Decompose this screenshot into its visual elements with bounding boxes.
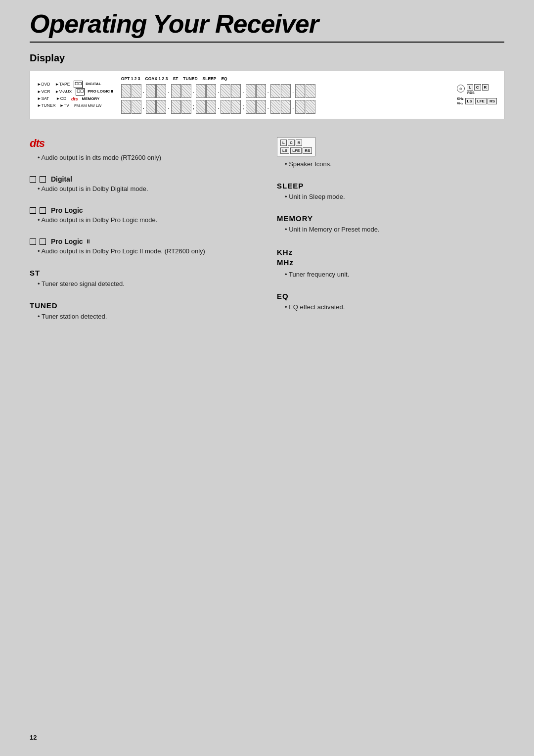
term-sleep: SLEEP Unit in Sleep mode. (277, 182, 504, 200)
speaker-row-top: L C R (467, 84, 489, 91)
term-st: ST Tuner stereo signal detected. (30, 269, 257, 287)
spk-icon-RS: RS (303, 147, 312, 154)
term-eq-title: EQ (277, 292, 504, 300)
section-heading: Display (30, 52, 504, 64)
page-number: 12 (30, 734, 37, 741)
term-eq: EQ EQ effect activated. (277, 292, 504, 311)
term-dts-title: dts (30, 137, 257, 150)
term-pro-logic-desc: Audio output is in Dolby Pro Logic mode. (30, 216, 257, 224)
term-tuned: TUNED Tuner station detected. (30, 301, 257, 320)
display-source-labels: ►DVD ►TAPE ☐☐ DIGITAL ►VCR ►V-AUX ☐☐ PRO… (37, 81, 113, 109)
speaker-row-bottom: LS LFE RS (465, 98, 497, 104)
term-khz-mhz: KHz MHz Tuner frequency unit. (277, 247, 504, 278)
segment-display-row: . . . . . (121, 84, 449, 98)
term-sleep-title: SLEEP (277, 182, 504, 190)
term-speaker-icons: L C R LS LFE RS Speaker Icons. (277, 137, 504, 168)
term-memory-title: MEMORY (277, 214, 504, 223)
term-memory: MEMORY Unit in Memory or Preset mode. (277, 214, 504, 233)
term-pro-logic-ii-title: Pro Logic II (30, 237, 257, 245)
speaker-R: R (482, 84, 489, 91)
page-title: Operating Your Receiver (30, 0, 504, 43)
speaker-C: C (474, 84, 481, 91)
term-pro-logic-ii: Pro Logic II Audio output is in Dolby Pr… (30, 237, 257, 255)
term-dts-desc: Audio output is in dts mode (RT2600 only… (30, 154, 257, 161)
term-pro-logic-ii-desc: Audio output is in Dolby Pro Logic II mo… (30, 247, 257, 255)
term-st-desc: Tuner stereo signal detected. (30, 280, 257, 287)
rds-circle: ☉ (457, 85, 465, 93)
speaker-L: L (467, 84, 473, 91)
term-pro-logic: Pro Logic Audio output is in Dolby Pro L… (30, 206, 257, 224)
term-pro-logic-title: Pro Logic (30, 206, 257, 214)
term-st-title: ST (30, 269, 257, 277)
term-khz-desc: Tuner frequency unit. (277, 271, 504, 278)
right-column: L C R LS LFE RS Speaker Icons. SLEEP Uni… (277, 137, 504, 334)
display-panel: ►DVD ►TAPE ☐☐ DIGITAL ►VCR ►V-AUX ☐☐ PRO… (30, 71, 504, 119)
term-sleep-desc: Unit in Sleep mode. (277, 193, 504, 200)
dd-boxes-digital (30, 176, 36, 183)
speaker-LS: LS (465, 98, 474, 104)
left-column: dts Audio output is in dts mode (RT2600 … (30, 137, 257, 334)
term-digital-desc: Audio output is in Dolby Digital mode. (30, 185, 257, 192)
term-tuned-title: TUNED (30, 301, 257, 310)
term-khz-title: KHz MHz (277, 247, 504, 268)
dd-boxes-digital2 (40, 176, 46, 183)
spk-icon-LS: LS (280, 147, 289, 154)
spk-icon-LFE: LFE (290, 147, 302, 154)
display-right: ☉ L C R RDS KHzMHz LS LFE RS (457, 84, 497, 106)
display-center: OPT 1 2 3 COAX 1 2 3 ST TUNED SLEEP EQ .… (117, 76, 449, 114)
spk-icon-R: R (296, 140, 303, 146)
speaker-RS: RS (488, 98, 497, 104)
spk-icon-L: L (280, 140, 287, 146)
term-digital-title: Digital (30, 175, 257, 183)
term-speaker-icons-desc: Speaker Icons. (277, 160, 504, 168)
segment-display-row2: . . ; . ; (121, 100, 449, 114)
term-eq-desc: EQ effect activated. (277, 303, 504, 311)
term-memory-desc: Unit in Memory or Preset mode. (277, 226, 504, 233)
term-digital: Digital Audio output is in Dolby Digital… (30, 175, 257, 192)
display-top-indicators: OPT 1 2 3 COAX 1 2 3 ST TUNED SLEEP EQ (121, 76, 449, 82)
speaker-icons-box: L C R LS LFE RS (277, 137, 315, 156)
term-dts: dts Audio output is in dts mode (RT2600 … (30, 137, 257, 161)
spk-icon-C: C (288, 140, 295, 146)
speaker-LFE: LFE (475, 98, 487, 104)
term-tuned-desc: Tuner station detected. (30, 313, 257, 320)
